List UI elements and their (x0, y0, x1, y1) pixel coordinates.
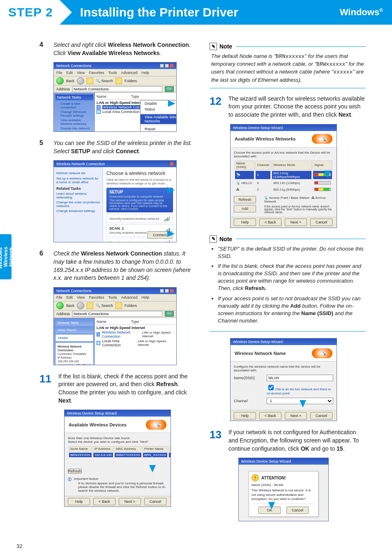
sidebar-link[interactable]: Set up a wireless network for a home or … (56, 177, 100, 184)
menu-item-view-available[interactable]: View Available Wireless Networks (141, 114, 177, 124)
sidebar-link[interactable]: Refresh network list (56, 171, 100, 175)
step-13: 13 If your network is not configured for… (210, 428, 366, 453)
step-13-number: 13 (210, 428, 223, 453)
wifi-logo-icon: ((( 📡 (146, 420, 166, 430)
note-heading: ✎ Note (210, 235, 366, 243)
next-button[interactable]: Next > (119, 498, 141, 505)
screenshot-choose-wireless-network: Wireless Network Connection Refresh netw… (53, 160, 177, 242)
back-button[interactable]: < Back (259, 219, 281, 226)
side-tab: Windows® Wireless Network (0, 234, 12, 279)
cancel-button[interactable]: Cancel (310, 412, 332, 419)
warning-icon: ! (251, 474, 259, 481)
step-5: 5 You can see the SSID of the wireless p… (39, 139, 196, 155)
forward-icon[interactable] (77, 302, 84, 309)
forward-icon[interactable] (77, 77, 84, 85)
table-row[interactable] (69, 458, 171, 464)
step-4: 4 Select and right click Wireless Networ… (39, 41, 196, 57)
cancel-button[interactable]: Cancel (310, 219, 332, 226)
step-label: STEP 2 (0, 0, 60, 25)
page-number: 32 (16, 543, 22, 549)
go-button[interactable]: Go (165, 86, 174, 92)
step-5-text: You can see the SSID of the wireless pri… (53, 139, 196, 155)
refresh-button[interactable]: Refresh (68, 469, 82, 474)
next-button[interactable]: Next > (285, 219, 307, 226)
go-button[interactable]: Go (165, 311, 174, 317)
list-item[interactable]: SETUP Unsecured computer-to-computer net… (106, 188, 173, 212)
back-icon[interactable] (56, 77, 64, 85)
adhoc-checkbox[interactable] (268, 385, 274, 390)
step-11: 11 If the list is blank, check if the ac… (39, 373, 196, 405)
screenshot-available-wireless-devices: Wireless Device Setup Wizard Available W… (64, 410, 171, 507)
step-5-number: 5 (39, 139, 48, 155)
ssid-input[interactable] (267, 375, 333, 381)
step-4-number: 4 (39, 41, 48, 57)
page-title: Installing the Printer Driver (80, 5, 238, 19)
table-row[interactable]: 📡 HELLO6802.11b (11Mbps) (235, 180, 332, 186)
sidebar-link[interactable]: View available wireless networks (55, 118, 93, 126)
next-button[interactable]: Next > (285, 412, 307, 419)
up-icon[interactable] (87, 78, 93, 84)
sidebar-link[interactable]: Change Windows Firewall settings (55, 110, 93, 117)
step-12-number: 12 (210, 95, 223, 119)
screenshot-available-wireless-networks: Wireless Device Setup Wizard Available W… (230, 124, 337, 228)
sidebar-link[interactable]: Learn about wireless networking (56, 192, 100, 199)
cancel-button[interactable]: Cancel (144, 498, 166, 505)
screenshot-network-connections-details: Network Connections FileEditViewFavorite… (53, 287, 177, 365)
step-6-text: Check the Wireless Network Connection st… (53, 250, 196, 282)
screenshot-attention-dialog: Wireless Device Setup Wizard !ATTENTION!… (238, 458, 329, 521)
sidebar-link[interactable]: Change the order of preferred networks (56, 200, 100, 208)
refresh-button[interactable]: Refresh (234, 196, 256, 203)
note-body: "SETUP" is the default SSID of the print… (210, 243, 366, 332)
step-6-number: 6 (39, 250, 48, 282)
callout-arrow-icon (167, 187, 175, 193)
callout-arrow-icon (168, 100, 175, 107)
os-label: Windows® (340, 7, 383, 18)
list-item[interactable]: Security-enabled wireless network (106, 214, 173, 223)
sidebar-link[interactable]: Change advanced settings (56, 209, 100, 213)
add-button[interactable]: Add (234, 205, 256, 212)
step-11-text: If the list is blank, check if the acces… (58, 373, 196, 405)
address-input[interactable] (72, 311, 162, 317)
up-icon[interactable] (87, 302, 93, 309)
callout-arrow-icon (324, 170, 331, 178)
table-row[interactable]: 🖧 2802.11g (54Mbps) (235, 187, 332, 193)
sidebar-link[interactable]: Create a new connection (55, 102, 93, 109)
step-12-text: The wizard will search for wireless netw… (228, 95, 366, 119)
top-banner: STEP 2 Installing the Printer Driver Win… (0, 0, 392, 25)
step-12: 12 The wizard will search for wireless n… (210, 95, 366, 119)
callout-arrow-icon (300, 400, 306, 408)
note-icon: ✎ (210, 235, 217, 243)
back-button[interactable]: < Back (93, 498, 115, 505)
menu-item[interactable]: Status (141, 106, 177, 112)
folder-icon[interactable] (115, 302, 122, 309)
callout-arrow-icon (268, 502, 275, 509)
help-button[interactable]: Help (68, 498, 90, 505)
back-icon[interactable] (56, 302, 64, 309)
help-button[interactable]: Help (234, 219, 256, 226)
callout-arrow-icon (167, 230, 175, 237)
address-input[interactable] (72, 86, 162, 92)
cancel-button[interactable]: Cancel (286, 507, 309, 514)
step-13-text: If your network is not configured for Au… (228, 428, 366, 453)
sidebar-link[interactable]: Disable this network device (55, 127, 93, 132)
wifi-logo-icon: ((( 📡 (312, 134, 332, 144)
step-11-number: 11 (39, 373, 53, 405)
note-body: The default Node name is "BRNxxxxxx" for… (210, 50, 366, 88)
menu-item[interactable]: Repair (141, 126, 177, 132)
screenshot-network-connections-contextmenu: Network Connections FileEditViewFavorite… (53, 62, 177, 132)
list-item[interactable]: Local Area ConnectionLAN or High-Speed I… (97, 339, 175, 347)
table-row[interactable]: BRNXXXXXX192.0.0.192008077XXXXXXBRN_XXXX… (69, 452, 171, 458)
table-row[interactable]: 📡 1802.11b/g (11Mbps/54Mbps) (235, 170, 332, 180)
help-button[interactable]: Help (234, 412, 256, 419)
step-6: 6 Check the Wireless Network Connection … (39, 250, 196, 282)
list-item[interactable]: Wireless Network ConnectionLAN or High-S… (97, 330, 175, 339)
wifi-logo-icon: ((( 📡 (312, 348, 332, 358)
folder-icon[interactable] (115, 78, 122, 84)
note-icon: ✎ (210, 43, 217, 50)
step-4-text: Select and right click Wireless Network … (53, 41, 196, 57)
note-heading: ✎ Note (210, 43, 366, 50)
callout-arrow-icon (149, 465, 156, 472)
screenshot-wireless-network-name: Wireless Device Setup Wizard Wireless Ne… (230, 338, 337, 421)
back-button[interactable]: < Back (259, 412, 281, 419)
